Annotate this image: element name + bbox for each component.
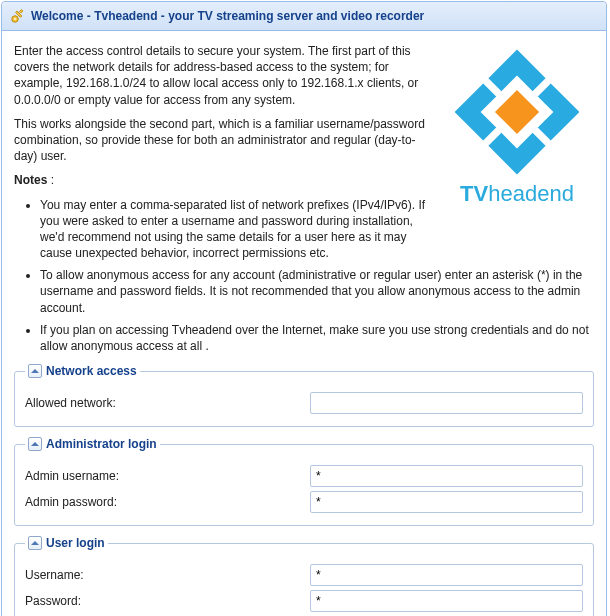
intro-p2: This works alongside the second part, wh… bbox=[14, 116, 434, 165]
input-user-password[interactable] bbox=[310, 590, 583, 612]
note-item: If you plan on accessing Tvheadend over … bbox=[40, 322, 594, 354]
input-admin-password[interactable] bbox=[310, 491, 583, 513]
notes-list: You may enter a comma-separated list of … bbox=[14, 197, 594, 355]
label-admin-username: Admin username: bbox=[25, 469, 310, 483]
row-admin-username: Admin username: bbox=[25, 465, 583, 487]
tvheadend-logo: TVheadend bbox=[442, 47, 592, 207]
svg-rect-4 bbox=[495, 90, 539, 134]
fieldset-admin-login: Administrator login Admin username: Admi… bbox=[14, 437, 594, 526]
row-allowed-network: Allowed network: bbox=[25, 392, 583, 414]
note-item: To allow anonymous access for any accoun… bbox=[40, 267, 594, 316]
window-title: Welcome - Tvheadend - your TV streaming … bbox=[31, 9, 424, 23]
row-admin-password: Admin password: bbox=[25, 491, 583, 513]
logo-icon bbox=[452, 47, 582, 177]
legend-admin: Administrator login bbox=[25, 437, 160, 451]
input-allowed-network[interactable] bbox=[310, 392, 583, 414]
svg-rect-3 bbox=[19, 10, 23, 14]
collapse-toggle-icon[interactable] bbox=[28, 536, 42, 550]
input-admin-username[interactable] bbox=[310, 465, 583, 487]
wizard-window: Welcome - Tvheadend - your TV streaming … bbox=[1, 1, 607, 616]
label-user-password: Password: bbox=[25, 594, 310, 608]
key-icon bbox=[10, 8, 26, 24]
legend-user: User login bbox=[25, 536, 108, 550]
input-user-username[interactable] bbox=[310, 564, 583, 586]
note-item: You may enter a comma-separated list of … bbox=[40, 197, 440, 262]
svg-point-1 bbox=[14, 18, 16, 20]
titlebar: Welcome - Tvheadend - your TV streaming … bbox=[2, 2, 606, 31]
label-allowed-network: Allowed network: bbox=[25, 396, 310, 410]
legend-network: Network access bbox=[25, 364, 140, 378]
label-admin-password: Admin password: bbox=[25, 495, 310, 509]
row-user-username: Username: bbox=[25, 564, 583, 586]
collapse-toggle-icon[interactable] bbox=[28, 437, 42, 451]
fieldset-user-login: User login Username: Password: bbox=[14, 536, 594, 616]
fieldset-network-access: Network access Allowed network: bbox=[14, 364, 594, 427]
wizard-body: TVheadend Enter the access control detai… bbox=[2, 31, 606, 616]
collapse-toggle-icon[interactable] bbox=[28, 364, 42, 378]
row-user-password: Password: bbox=[25, 590, 583, 612]
logo-text: TVheadend bbox=[442, 181, 592, 207]
intro-p1: Enter the access control details to secu… bbox=[14, 43, 434, 108]
label-user-username: Username: bbox=[25, 568, 310, 582]
